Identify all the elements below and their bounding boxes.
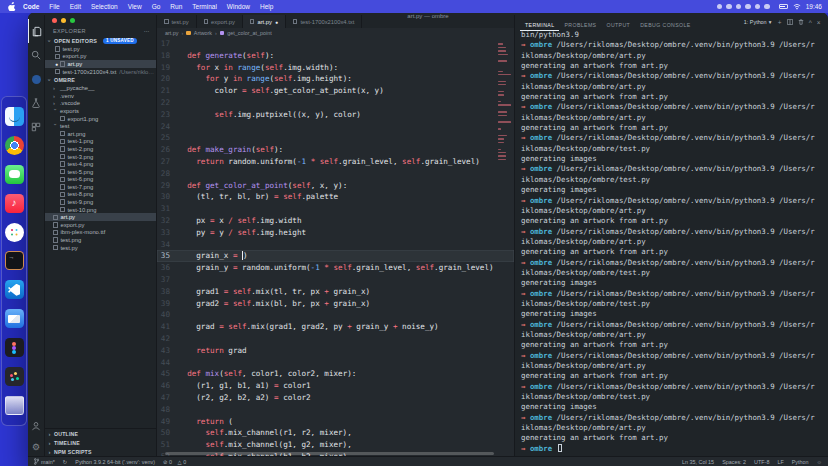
tree-item-label: test-3.png <box>68 154 94 160</box>
tree-item[interactable]: test-8.png <box>45 191 156 199</box>
status-item[interactable]: ☺ <box>816 459 822 465</box>
breadcrumb-item[interactable]: get_color_at_point <box>227 30 271 36</box>
menu-extra-3-icon[interactable] <box>736 4 742 10</box>
menu-item-code[interactable]: Code <box>18 3 44 10</box>
split-terminal-button[interactable] <box>784 19 795 26</box>
open-editors-header[interactable]: › OPEN EDITORS 1 UNSAVED <box>45 36 156 45</box>
workspace-root-header[interactable]: › OMBRE <box>45 75 156 84</box>
mail-dock-icon[interactable] <box>5 309 24 328</box>
settings-gear-icon[interactable]: ⚙ <box>28 438 45 456</box>
vscode-dock-icon[interactable] <box>5 280 24 299</box>
open-editor-item[interactable]: test.py <box>45 45 156 53</box>
status-item[interactable]: Spaces: 2 <box>722 459 746 465</box>
terminal-dock-icon[interactable] <box>5 251 24 270</box>
creative-app-dock-icon[interactable] <box>5 367 24 386</box>
menu-item-view[interactable]: View <box>123 3 147 10</box>
code-editor[interactable]: 1718 def generate(self):19 for x in rang… <box>157 38 514 456</box>
tree-item[interactable]: ibm-plex-mono.ttf <box>45 229 156 237</box>
maximize-panel-button[interactable]: ^ <box>806 19 814 26</box>
git-branch-status[interactable]: main* <box>34 458 55 465</box>
finder-dock-icon[interactable] <box>5 107 24 126</box>
messages-dock-icon[interactable] <box>5 165 24 184</box>
tree-item[interactable]: export1.png <box>45 115 156 123</box>
menu-item-terminal[interactable]: Terminal <box>187 3 222 10</box>
sync-icon[interactable] <box>28 67 45 91</box>
tree-item[interactable]: test-3.png <box>45 153 156 161</box>
tree-item[interactable]: test-1.png <box>45 138 156 146</box>
trash-dock-icon[interactable] <box>5 396 24 415</box>
menu-item-help[interactable]: Help <box>255 3 278 10</box>
tree-item[interactable]: test.png <box>45 236 156 244</box>
extensions-icon[interactable] <box>28 115 45 139</box>
chevron-right-icon: › <box>47 449 52 455</box>
tree-item[interactable]: test-9.png <box>45 198 156 206</box>
menu-item-window[interactable]: Window <box>222 3 255 10</box>
menu-item-run[interactable]: Run <box>165 3 187 10</box>
tree-item[interactable]: art.png <box>45 130 156 138</box>
menu-extra-1-icon[interactable] <box>717 4 723 10</box>
sync-status[interactable]: ↻ <box>63 459 68 465</box>
tree-item[interactable]: test-5.png <box>45 168 156 176</box>
problems-status[interactable]: ⊘ 0 △ 0 <box>163 459 186 465</box>
python-interpreter-status[interactable]: Python 3.9.2 64-bit ('.venv': venv) <box>75 459 155 465</box>
testing-icon[interactable] <box>28 91 45 115</box>
menu-extra-6-icon[interactable] <box>764 4 770 10</box>
menu-item-edit[interactable]: Edit <box>65 3 86 10</box>
terminal-content[interactable]: bin/python3.9→ ombre /Users/riklomas/Des… <box>515 29 828 456</box>
tree-item[interactable]: test-2.png <box>45 145 156 153</box>
status-item[interactable]: Python <box>792 459 809 465</box>
open-editor-item[interactable]: ●art.py <box>45 60 156 68</box>
tree-item[interactable]: ›test <box>45 122 156 130</box>
status-item[interactable]: UTF-8 <box>754 459 769 465</box>
chevron-right-icon: › <box>47 440 52 446</box>
open-editor-item[interactable]: test-1700x2100x4.txt/Users/riklomas/De… <box>45 68 156 76</box>
status-item[interactable]: LF <box>777 459 783 465</box>
tree-item[interactable]: test-10.png <box>45 206 156 214</box>
tree-item[interactable]: art.py <box>45 213 156 221</box>
menu-item-go[interactable]: Go <box>147 3 166 10</box>
apple-logo-icon[interactable] <box>8 2 16 11</box>
new-terminal-button[interactable]: + <box>775 19 784 26</box>
battery-icon[interactable] <box>779 4 788 9</box>
tree-item[interactable]: test-7.png <box>45 183 156 191</box>
tree-item[interactable]: ›exports <box>45 107 156 115</box>
explorer-actions-icon[interactable]: ⋯ <box>144 28 150 34</box>
code-line: 48 <box>157 404 514 416</box>
breadcrumb-item[interactable]: art.py <box>165 30 178 36</box>
menu-extra-5-icon[interactable] <box>755 4 761 10</box>
tree-item[interactable]: ›__pycache__ <box>45 84 156 92</box>
figma-dock-icon[interactable] <box>5 338 24 357</box>
explorer-icon[interactable] <box>28 19 45 43</box>
close-panel-button[interactable]: × <box>814 19 823 26</box>
slack-dock-icon[interactable] <box>5 223 24 242</box>
search-icon[interactable] <box>28 43 45 67</box>
menu-item-file[interactable]: File <box>44 3 64 10</box>
tree-item[interactable]: export.py <box>45 221 156 229</box>
open-editor-item[interactable]: export.py <box>45 53 156 61</box>
tree-item[interactable]: test.py <box>45 244 156 252</box>
tree-item[interactable]: test-4.png <box>45 160 156 168</box>
tree-item[interactable]: test-6.png <box>45 176 156 184</box>
modified-dot-icon: ● <box>275 19 278 25</box>
status-item[interactable]: Ln 35, Col 15 <box>682 459 714 465</box>
section-outline[interactable]: ›OUTLINE <box>45 429 156 438</box>
wifi-icon[interactable] <box>793 3 801 10</box>
section-npm-scripts[interactable]: ›NPM SCRIPTS <box>45 447 156 456</box>
code-line: 18 def generate(self): <box>157 50 514 62</box>
chrome-dock-icon[interactable] <box>5 136 24 155</box>
menu-extra-2-icon[interactable] <box>726 4 732 10</box>
kill-terminal-button[interactable] <box>795 19 806 26</box>
menu-clock[interactable]: 19:46 <box>806 3 822 10</box>
prompt-directory: ombre <box>530 133 552 142</box>
horizontal-scrollbar[interactable] <box>165 452 494 455</box>
tree-item[interactable]: ›.vscode <box>45 100 156 108</box>
tree-item[interactable]: ›.venv <box>45 92 156 100</box>
menu-item-selection[interactable]: Selection <box>86 3 123 10</box>
breadcrumb-item[interactable]: Artwork <box>194 30 212 36</box>
music-dock-icon[interactable] <box>5 194 24 213</box>
minimap[interactable] <box>498 40 511 162</box>
menu-extra-4-icon[interactable] <box>745 4 751 10</box>
account-icon[interactable] <box>28 414 45 438</box>
terminal-selector[interactable]: 1: Python▾ <box>744 19 772 25</box>
section-timeline[interactable]: ›TIMELINE <box>45 438 156 447</box>
